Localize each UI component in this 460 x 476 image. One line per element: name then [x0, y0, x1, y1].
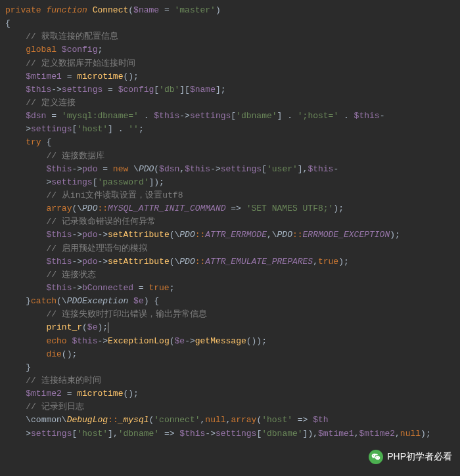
code-line: // 连接结束的时间 [5, 374, 455, 387]
wechat-icon [369, 450, 383, 464]
code-line: $this->pdo = new \PDO($dsn,$this->settin… [5, 163, 455, 176]
code-line: $this->settings = $config['db'][$name]; [5, 83, 455, 97]
code-line: // 记录到日志 [5, 400, 455, 414]
code-line: print_r($e); [5, 321, 455, 334]
text-cursor [108, 322, 108, 333]
code-line: // 连接状态 [5, 269, 455, 282]
code-line: echo $this->ExceptionLog($e->getMessage(… [5, 335, 455, 348]
code-line: $mtime2 = microtime(); [5, 387, 455, 400]
code-line: private function Connect($name = 'master… [5, 4, 455, 17]
code-line: // 连接数据库 [5, 150, 455, 163]
code-line: \common\DebugLog::_mysql('connect',null,… [5, 414, 455, 427]
code-line: $mtime1 = microtime(); [5, 70, 455, 83]
code-line: // 连接失败时打印出错误，输出异常信息 [5, 308, 455, 321]
code-line: $this->bConnected = true; [5, 282, 455, 295]
code-line: global $config; [5, 43, 455, 56]
code-line: // 记录致命错误的任何异常 [5, 215, 455, 228]
code-line: array(\PDO::MYSQL_ATTR_INIT_COMMAND => '… [5, 202, 455, 215]
code-line: try { [5, 136, 455, 149]
code-line: } [5, 361, 455, 374]
code-line: >settings['password']); [5, 176, 455, 189]
code-line: >settings['host'],'dbname' => $this->set… [5, 427, 455, 441]
code-block: private function Connect($name = 'master… [5, 4, 455, 441]
code-line: // 从ini文件读取设置，设置utf8 [5, 189, 455, 202]
code-line: // 定义连接 [5, 97, 455, 110]
code-line: { [5, 17, 455, 30]
code-line: $this->pdo->setAttribute(\PDO::ATTR_ERRM… [5, 228, 455, 242]
watermark-text: PHP初学者必看 [387, 450, 452, 464]
watermark: PHP初学者必看 [369, 450, 452, 464]
code-line: >settings['host'] . ''; [5, 123, 455, 136]
code-line: // 启用预处理语句的模拟 [5, 242, 455, 255]
code-line: // 获取连接的配置信息 [5, 30, 455, 43]
code-line: $dsn = 'mysql:dbname=' . $this->settings… [5, 110, 455, 123]
code-line: $this->pdo->setAttribute(\PDO::ATTR_EMUL… [5, 255, 455, 269]
code-line: // 定义数据库开始连接时间 [5, 57, 455, 70]
code-line: die(); [5, 348, 455, 361]
code-line: }catch(\PDOException $e) { [5, 295, 455, 308]
